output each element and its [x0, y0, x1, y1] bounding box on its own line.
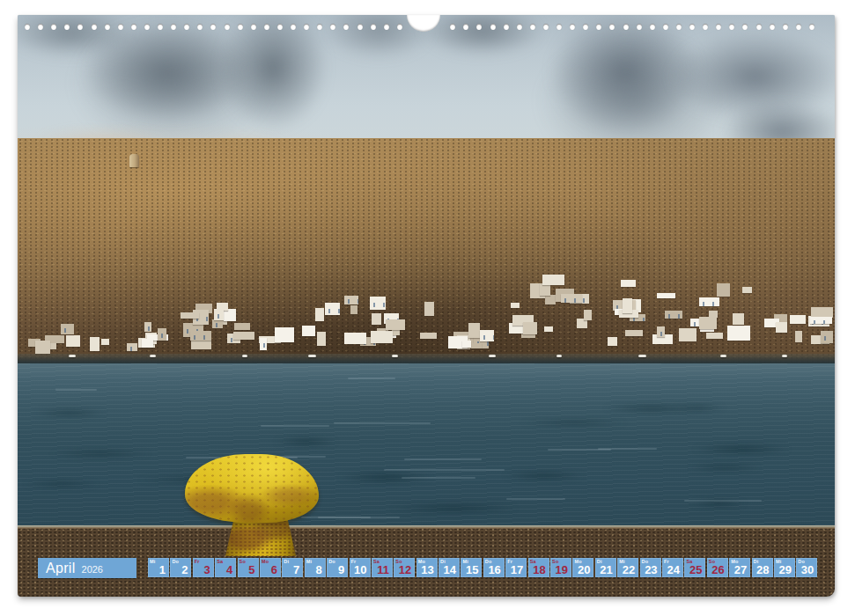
house — [424, 302, 435, 316]
day-number: 7 — [293, 563, 299, 576]
house — [158, 328, 166, 341]
day-cell: So12 — [394, 558, 415, 577]
wave-highlight — [506, 498, 565, 500]
binding-hole — [144, 24, 150, 30]
day-cells: Mi1Do2Fr3Sa4So5Mo6Di7Mi8Do9Fr10Sa11So12M… — [148, 558, 817, 577]
boat — [720, 355, 726, 357]
wave-highlight — [348, 378, 395, 379]
day-number: 19 — [556, 563, 568, 576]
weekday-label: Fr — [195, 559, 200, 564]
house — [699, 297, 719, 306]
house — [542, 275, 564, 285]
calendar-sheet: April 2026 Mi1Do2Fr3Sa4So5Mo6Di7Mi8Do9Fr… — [18, 15, 835, 597]
wave-shadow — [32, 409, 107, 417]
day-cell: Mi15 — [461, 558, 482, 577]
boat — [242, 355, 247, 357]
boat — [392, 355, 398, 357]
wave-highlight — [404, 458, 483, 460]
day-number: 2 — [181, 563, 188, 576]
house — [181, 312, 199, 319]
day-number: 14 — [444, 563, 456, 576]
day-cell: Sa4 — [215, 558, 236, 577]
day-number: 30 — [801, 563, 814, 576]
day-cell: Sa25 — [684, 558, 705, 577]
house — [657, 293, 676, 298]
calendar-strip: April 2026 Mi1Do2Fr3Sa4So5Mo6Di7Mi8Do9Fr… — [18, 557, 835, 578]
binding-hole — [264, 24, 269, 30]
weekday-label: Mi — [306, 559, 313, 564]
house — [344, 333, 366, 344]
binding-hole — [118, 24, 123, 30]
binding-hole — [277, 24, 283, 30]
house — [544, 326, 553, 332]
day-cell: Di14 — [439, 558, 460, 577]
day-number: 16 — [488, 563, 500, 576]
wave-highlight — [334, 422, 431, 424]
house — [370, 297, 386, 310]
house — [90, 337, 100, 350]
house — [821, 331, 833, 342]
day-cell: Mi22 — [617, 558, 638, 577]
wave-shadow — [673, 405, 726, 410]
day-number: 5 — [248, 563, 254, 576]
binding-hole — [543, 24, 549, 30]
house — [371, 331, 393, 343]
weekday-label: Sa — [217, 559, 223, 564]
day-number: 17 — [511, 563, 523, 576]
binding-hole — [650, 24, 655, 30]
day-cell: Fr3 — [193, 558, 214, 577]
binding-hole — [796, 24, 801, 30]
house — [386, 319, 405, 330]
binding-hole — [371, 24, 376, 30]
day-number: 1 — [159, 563, 166, 576]
day-number: 15 — [466, 563, 478, 576]
day-number: 27 — [734, 563, 747, 576]
day-number: 3 — [204, 563, 210, 576]
day-cell: So19 — [550, 558, 571, 577]
binding-hole — [291, 24, 296, 30]
day-cell: Do16 — [483, 558, 505, 577]
binding-hole — [770, 24, 775, 30]
day-cell: Fr24 — [662, 558, 683, 577]
house — [706, 333, 723, 339]
boat — [556, 355, 562, 357]
house — [561, 294, 582, 303]
binding-hole — [397, 24, 402, 30]
house — [302, 326, 315, 336]
boat — [489, 355, 496, 357]
house — [742, 287, 752, 293]
house — [233, 332, 254, 341]
binding-hole — [676, 24, 682, 30]
binding-hole — [131, 24, 136, 30]
day-number: 6 — [271, 563, 277, 576]
day-number: 29 — [778, 563, 791, 576]
day-cell: Fr17 — [505, 558, 527, 577]
house — [101, 339, 109, 345]
day-cell: Mo13 — [416, 558, 438, 577]
day-number: 22 — [623, 563, 635, 576]
house — [727, 326, 750, 341]
day-cell: Di21 — [595, 558, 616, 577]
day-cell: Di28 — [752, 558, 773, 577]
binding-hole — [105, 24, 110, 30]
day-cell: Do2 — [170, 558, 191, 577]
house — [623, 298, 632, 313]
binding-hole — [517, 24, 522, 30]
weekday-label: Mo — [262, 559, 269, 564]
binding-hole — [809, 24, 814, 30]
house — [190, 331, 211, 341]
house — [214, 309, 224, 321]
house — [212, 319, 223, 328]
day-cell: Mo20 — [572, 558, 593, 577]
day-cell: So26 — [707, 558, 728, 577]
month-label: April — [46, 561, 76, 576]
house — [35, 341, 50, 354]
binding-hole — [384, 24, 389, 30]
day-number: 23 — [645, 563, 657, 576]
house — [191, 340, 211, 349]
house — [679, 328, 697, 341]
day-cell: Mi1 — [148, 558, 169, 577]
wave-highlight — [598, 448, 657, 450]
house — [790, 315, 807, 325]
house — [810, 317, 833, 325]
